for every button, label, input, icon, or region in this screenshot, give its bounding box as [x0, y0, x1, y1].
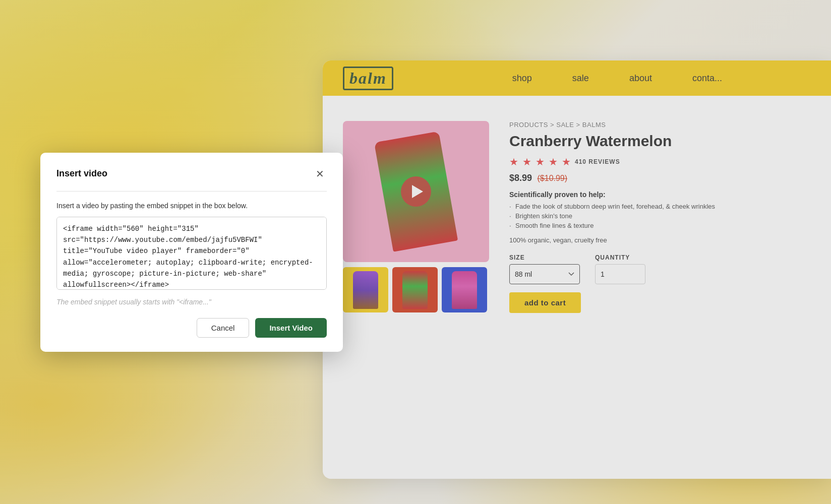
modal-header: Insert video ✕: [56, 167, 327, 181]
insert-video-button[interactable]: Insert Video: [255, 318, 327, 338]
divider: [56, 191, 327, 192]
cancel-button[interactable]: Cancel: [197, 318, 250, 338]
close-button[interactable]: ✕: [313, 167, 327, 181]
embed-textarea[interactable]: [56, 217, 327, 290]
embed-placeholder: The embed snippet usually starts with "<…: [56, 298, 327, 306]
insert-video-modal: Insert video ✕ Insert a video by pasting…: [40, 153, 343, 352]
modal-actions: Cancel Insert Video: [56, 318, 327, 338]
modal-title: Insert video: [56, 168, 107, 179]
modal-overlay: Insert video ✕ Insert a video by pasting…: [0, 0, 831, 504]
modal-description: Insert a video by pasting the embed snip…: [56, 202, 327, 210]
